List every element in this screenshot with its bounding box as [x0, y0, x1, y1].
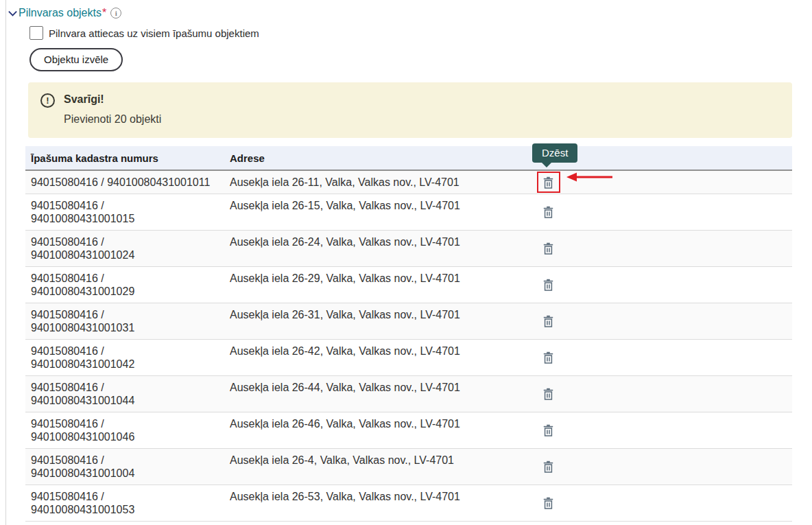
row-spacer-cell [581, 340, 792, 375]
cadastre-number-cell: 94015080416 /94010080431001031 [25, 303, 224, 339]
required-marker: * [102, 7, 106, 19]
delete-tooltip: Dzēst [532, 143, 577, 163]
table-row: 94015080416 /94010080431001029 Ausekļa i… [25, 267, 792, 303]
info-icon[interactable]: i [110, 8, 121, 19]
important-alert: ! Svarīgi! Pievienoti 20 objekti [28, 82, 792, 138]
cadastre-number-cell: 94015080416 /94010080431001029 [25, 267, 224, 303]
cadastre-number-cell: 94015080416 /94010080431001015 [25, 194, 224, 230]
section-header-toggle[interactable]: Pilnvaras objekts* i [8, 6, 812, 20]
exclamation-circle-icon: ! [40, 93, 55, 108]
table-row: 94015080416 /94010080431001044 Ausekļa i… [25, 376, 792, 412]
column-header-spacer [581, 146, 792, 170]
delete-button[interactable] [538, 276, 559, 294]
column-header-cadastre: Īpašuma kadastra numurs [25, 146, 224, 170]
actions-cell [516, 231, 581, 266]
section-title: Pilnvaras objekts [19, 7, 102, 19]
row-spacer-cell [581, 231, 792, 266]
table-row: 94015080416 /94010080431001015 Ausekļa i… [25, 194, 792, 231]
chevron-down-icon [8, 8, 18, 19]
all-objects-checkbox-label: Pilnvara attiecas uz visiem īpašumu obje… [49, 27, 259, 39]
table-row: 94015080416 /94010080431001004 Ausekļa i… [25, 449, 792, 485]
table-row: 94015080416 /94010080431001024 Ausekļa i… [25, 231, 792, 267]
trash-icon [543, 242, 553, 255]
column-header-address: Adrese [224, 146, 516, 170]
row-spacer-cell [581, 449, 792, 485]
actions-cell [516, 267, 581, 303]
table-body: 94015080416 / 94010080431001011 Ausekļa … [25, 171, 792, 522]
all-objects-checkbox-row: Pilnvara attiecas uz visiem īpašumu obje… [29, 26, 812, 40]
actions-cell [516, 194, 581, 230]
address-cell: Ausekļa iela 26-29, Valka, Valkas nov., … [224, 267, 516, 303]
table-row: 94015080416 / 94010080431001011 Ausekļa … [25, 171, 792, 194]
pilnvaras-objekts-section: Pilnvaras objekts* i Pilnvara attiecas u… [5, 0, 812, 525]
address-cell: Ausekļa iela 26-31, Valka, Valkas nov., … [224, 303, 516, 339]
cadastre-number-cell: 94015080416 /94010080431001042 [25, 340, 224, 375]
table-row: 94015080416 /94010080431001042 Ausekļa i… [25, 340, 792, 376]
alert-message: Pievienoti 20 objekti [64, 113, 161, 126]
trash-icon [543, 206, 553, 218]
alert-title: Svarīgi! [64, 93, 161, 106]
table-row: 94015080416 /94010080431001031 Ausekļa i… [25, 303, 792, 340]
table-row: 94015080416 /94010080431001053 Ausekļa i… [25, 485, 792, 522]
actions-cell [516, 485, 581, 521]
delete-button[interactable] [538, 421, 559, 440]
table-header-row: Īpašuma kadastra numurs Adrese [25, 146, 792, 171]
delete-button[interactable] [538, 349, 559, 367]
cadastre-number-cell: 94015080416 /94010080431001044 [25, 376, 224, 412]
cadastre-number-cell: 94015080416 /94010080431001024 [25, 231, 224, 266]
actions-cell [516, 449, 581, 485]
trash-icon [543, 424, 553, 436]
row-spacer-cell [581, 376, 792, 412]
trash-icon [543, 315, 553, 327]
address-cell: Ausekļa iela 26-15, Valka, Valkas nov., … [224, 194, 516, 230]
cadastre-number-cell: 94015080416 /94010080431001053 [25, 485, 224, 521]
object-selection-button[interactable]: Objektu izvēle [29, 48, 123, 71]
trash-icon [543, 388, 553, 400]
row-spacer-cell [581, 267, 792, 303]
delete-button[interactable] [538, 494, 559, 513]
actions-cell [516, 376, 581, 412]
cadastre-number-cell: 94015080416 /94010080431001004 [25, 449, 224, 485]
delete-button[interactable] [538, 385, 559, 404]
trash-icon [543, 351, 553, 364]
row-spacer-cell [581, 485, 792, 521]
delete-button[interactable] [538, 173, 559, 191]
red-arrow-annotation [566, 172, 614, 183]
trash-icon [543, 279, 553, 291]
address-cell: Ausekļa iela 26-46, Valka, Valkas nov., … [224, 412, 516, 448]
row-spacer-cell [581, 194, 792, 230]
address-cell: Ausekļa iela 26-53, Valka, Valkas nov., … [224, 485, 516, 521]
trash-icon [543, 176, 553, 189]
delete-button[interactable] [538, 458, 559, 476]
trash-icon [543, 460, 553, 473]
objects-table: Īpašuma kadastra numurs Adrese 940150804… [25, 146, 792, 522]
actions-cell [516, 340, 581, 375]
cadastre-number-cell: 94015080416 / 94010080431001011 [25, 171, 224, 194]
delete-button[interactable] [538, 203, 559, 222]
address-cell: Ausekļa iela 26-11, Valka, Valkas nov., … [224, 171, 516, 194]
delete-button[interactable] [538, 240, 559, 258]
address-cell: Ausekļa iela 26-42, Valka, Valkas nov., … [224, 340, 516, 375]
alert-body: Svarīgi! Pievienoti 20 objekti [64, 93, 161, 128]
table-row: 94015080416 /94010080431001046 Ausekļa i… [25, 412, 792, 449]
address-cell: Ausekļa iela 26-4, Valka, Valkas nov., L… [224, 449, 516, 485]
actions-cell [516, 303, 581, 339]
row-spacer-cell [581, 303, 792, 339]
actions-cell [516, 412, 581, 448]
delete-button[interactable] [538, 312, 559, 331]
address-cell: Ausekļa iela 26-24, Valka, Valkas nov., … [224, 231, 516, 266]
trash-icon [543, 497, 553, 509]
address-cell: Ausekļa iela 26-44, Valka, Valkas nov., … [224, 376, 516, 412]
cadastre-number-cell: 94015080416 /94010080431001046 [25, 412, 224, 448]
row-spacer-cell [581, 412, 792, 448]
all-objects-checkbox[interactable] [29, 26, 43, 40]
